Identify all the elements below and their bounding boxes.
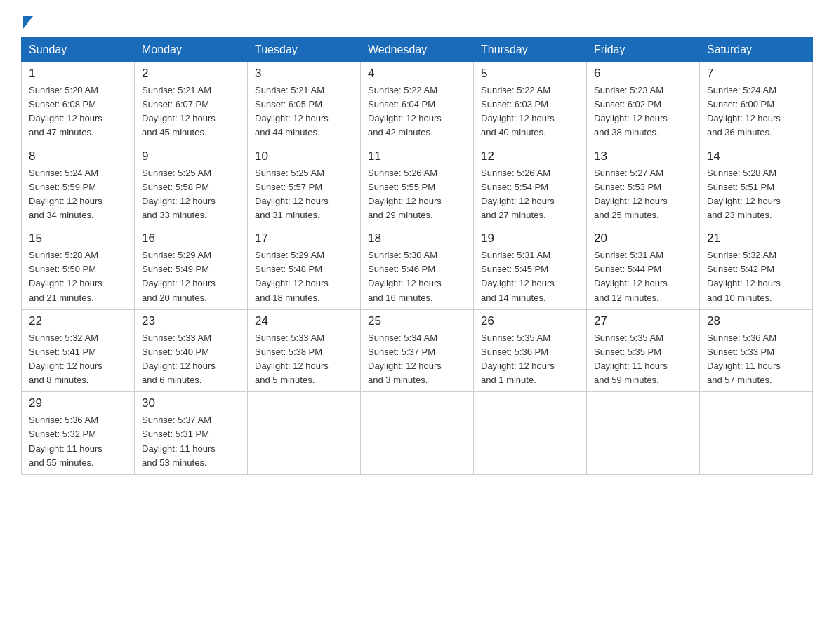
day-number: 18 <box>368 232 466 246</box>
day-info: Sunrise: 5:23 AMSunset: 6:02 PMDaylight:… <box>594 83 692 140</box>
header-cell-tuesday: Tuesday <box>248 38 361 62</box>
calendar-cell: 29Sunrise: 5:36 AMSunset: 5:32 PMDayligh… <box>22 392 135 475</box>
day-info: Sunrise: 5:33 AMSunset: 5:40 PMDaylight:… <box>142 331 240 388</box>
day-number: 28 <box>707 314 805 328</box>
day-info: Sunrise: 5:30 AMSunset: 5:46 PMDaylight:… <box>368 248 466 305</box>
day-info: Sunrise: 5:28 AMSunset: 5:50 PMDaylight:… <box>29 248 127 305</box>
calendar-cell: 20Sunrise: 5:31 AMSunset: 5:44 PMDayligh… <box>587 227 700 310</box>
day-info: Sunrise: 5:32 AMSunset: 5:42 PMDaylight:… <box>707 248 805 305</box>
calendar-cell: 30Sunrise: 5:37 AMSunset: 5:31 PMDayligh… <box>135 392 248 475</box>
day-info: Sunrise: 5:36 AMSunset: 5:33 PMDaylight:… <box>707 331 805 388</box>
day-info: Sunrise: 5:29 AMSunset: 5:48 PMDaylight:… <box>255 248 353 305</box>
day-info: Sunrise: 5:22 AMSunset: 6:04 PMDaylight:… <box>368 83 466 140</box>
day-info: Sunrise: 5:26 AMSunset: 5:55 PMDaylight:… <box>368 166 466 223</box>
day-number: 13 <box>594 149 692 163</box>
page-header <box>21 14 813 26</box>
calendar-cell: 18Sunrise: 5:30 AMSunset: 5:46 PMDayligh… <box>361 227 474 310</box>
calendar-cell: 22Sunrise: 5:32 AMSunset: 5:41 PMDayligh… <box>22 309 135 392</box>
day-info: Sunrise: 5:21 AMSunset: 6:07 PMDaylight:… <box>142 83 240 140</box>
day-number: 5 <box>481 67 579 81</box>
calendar-cell <box>474 392 587 475</box>
calendar-week-row: 29Sunrise: 5:36 AMSunset: 5:32 PMDayligh… <box>22 392 813 475</box>
header-cell-sunday: Sunday <box>22 38 135 62</box>
calendar-cell: 23Sunrise: 5:33 AMSunset: 5:40 PMDayligh… <box>135 309 248 392</box>
day-info: Sunrise: 5:32 AMSunset: 5:41 PMDaylight:… <box>29 331 127 388</box>
calendar-header-row: SundayMondayTuesdayWednesdayThursdayFrid… <box>22 38 813 62</box>
calendar-cell: 3Sunrise: 5:21 AMSunset: 6:05 PMDaylight… <box>248 62 361 145</box>
day-info: Sunrise: 5:26 AMSunset: 5:54 PMDaylight:… <box>481 166 579 223</box>
calendar-cell: 27Sunrise: 5:35 AMSunset: 5:35 PMDayligh… <box>587 309 700 392</box>
day-number: 17 <box>255 232 353 246</box>
day-number: 7 <box>707 67 805 81</box>
calendar-week-row: 22Sunrise: 5:32 AMSunset: 5:41 PMDayligh… <box>22 309 813 392</box>
calendar-cell: 17Sunrise: 5:29 AMSunset: 5:48 PMDayligh… <box>248 227 361 310</box>
day-info: Sunrise: 5:28 AMSunset: 5:51 PMDaylight:… <box>707 166 805 223</box>
day-info: Sunrise: 5:35 AMSunset: 5:35 PMDaylight:… <box>594 331 692 388</box>
day-number: 20 <box>594 232 692 246</box>
day-number: 19 <box>481 232 579 246</box>
calendar-cell: 14Sunrise: 5:28 AMSunset: 5:51 PMDayligh… <box>700 145 813 227</box>
calendar-cell: 1Sunrise: 5:20 AMSunset: 6:08 PMDaylight… <box>22 62 135 145</box>
day-number: 12 <box>481 149 579 163</box>
day-number: 21 <box>707 232 805 246</box>
calendar-week-row: 8Sunrise: 5:24 AMSunset: 5:59 PMDaylight… <box>22 145 813 227</box>
day-info: Sunrise: 5:31 AMSunset: 5:45 PMDaylight:… <box>481 248 579 305</box>
day-info: Sunrise: 5:35 AMSunset: 5:36 PMDaylight:… <box>481 331 579 388</box>
calendar-cell: 21Sunrise: 5:32 AMSunset: 5:42 PMDayligh… <box>700 227 813 310</box>
calendar-cell: 4Sunrise: 5:22 AMSunset: 6:04 PMDaylight… <box>361 62 474 145</box>
day-number: 9 <box>142 149 240 163</box>
calendar-week-row: 1Sunrise: 5:20 AMSunset: 6:08 PMDaylight… <box>22 62 813 145</box>
day-number: 29 <box>29 396 127 410</box>
day-number: 16 <box>142 232 240 246</box>
calendar-cell: 7Sunrise: 5:24 AMSunset: 6:00 PMDaylight… <box>700 62 813 145</box>
day-number: 23 <box>142 314 240 328</box>
header-cell-friday: Friday <box>587 38 700 62</box>
day-info: Sunrise: 5:33 AMSunset: 5:38 PMDaylight:… <box>255 331 353 388</box>
header-cell-wednesday: Wednesday <box>361 38 474 62</box>
day-number: 6 <box>594 67 692 81</box>
calendar-cell: 2Sunrise: 5:21 AMSunset: 6:07 PMDaylight… <box>135 62 248 145</box>
calendar-week-row: 15Sunrise: 5:28 AMSunset: 5:50 PMDayligh… <box>22 227 813 310</box>
logo-triangle-icon <box>23 16 33 29</box>
header-cell-thursday: Thursday <box>474 38 587 62</box>
day-info: Sunrise: 5:27 AMSunset: 5:53 PMDaylight:… <box>594 166 692 223</box>
day-info: Sunrise: 5:31 AMSunset: 5:44 PMDaylight:… <box>594 248 692 305</box>
day-info: Sunrise: 5:25 AMSunset: 5:58 PMDaylight:… <box>142 166 240 223</box>
day-number: 24 <box>255 314 353 328</box>
day-info: Sunrise: 5:37 AMSunset: 5:31 PMDaylight:… <box>142 413 240 470</box>
calendar-cell: 15Sunrise: 5:28 AMSunset: 5:50 PMDayligh… <box>22 227 135 310</box>
calendar-cell: 12Sunrise: 5:26 AMSunset: 5:54 PMDayligh… <box>474 145 587 227</box>
day-info: Sunrise: 5:24 AMSunset: 6:00 PMDaylight:… <box>707 83 805 140</box>
day-number: 1 <box>29 67 127 81</box>
calendar-cell <box>361 392 474 475</box>
logo <box>21 14 33 26</box>
day-number: 2 <box>142 67 240 81</box>
calendar-cell: 19Sunrise: 5:31 AMSunset: 5:45 PMDayligh… <box>474 227 587 310</box>
calendar-cell: 26Sunrise: 5:35 AMSunset: 5:36 PMDayligh… <box>474 309 587 392</box>
day-number: 11 <box>368 149 466 163</box>
day-number: 3 <box>255 67 353 81</box>
calendar-cell: 9Sunrise: 5:25 AMSunset: 5:58 PMDaylight… <box>135 145 248 227</box>
day-number: 8 <box>29 149 127 163</box>
calendar-cell: 10Sunrise: 5:25 AMSunset: 5:57 PMDayligh… <box>248 145 361 227</box>
day-info: Sunrise: 5:21 AMSunset: 6:05 PMDaylight:… <box>255 83 353 140</box>
day-info: Sunrise: 5:22 AMSunset: 6:03 PMDaylight:… <box>481 83 579 140</box>
calendar-cell: 8Sunrise: 5:24 AMSunset: 5:59 PMDaylight… <box>22 145 135 227</box>
calendar-cell: 24Sunrise: 5:33 AMSunset: 5:38 PMDayligh… <box>248 309 361 392</box>
day-info: Sunrise: 5:34 AMSunset: 5:37 PMDaylight:… <box>368 331 466 388</box>
calendar-cell: 28Sunrise: 5:36 AMSunset: 5:33 PMDayligh… <box>700 309 813 392</box>
calendar-cell: 16Sunrise: 5:29 AMSunset: 5:49 PMDayligh… <box>135 227 248 310</box>
day-number: 15 <box>29 232 127 246</box>
calendar-cell: 5Sunrise: 5:22 AMSunset: 6:03 PMDaylight… <box>474 62 587 145</box>
calendar-cell: 11Sunrise: 5:26 AMSunset: 5:55 PMDayligh… <box>361 145 474 227</box>
calendar-table: SundayMondayTuesdayWednesdayThursdayFrid… <box>21 37 813 475</box>
day-info: Sunrise: 5:25 AMSunset: 5:57 PMDaylight:… <box>255 166 353 223</box>
calendar-cell: 25Sunrise: 5:34 AMSunset: 5:37 PMDayligh… <box>361 309 474 392</box>
day-info: Sunrise: 5:29 AMSunset: 5:49 PMDaylight:… <box>142 248 240 305</box>
header-cell-saturday: Saturday <box>700 38 813 62</box>
day-info: Sunrise: 5:20 AMSunset: 6:08 PMDaylight:… <box>29 83 127 140</box>
day-number: 14 <box>707 149 805 163</box>
calendar-cell: 13Sunrise: 5:27 AMSunset: 5:53 PMDayligh… <box>587 145 700 227</box>
header-cell-monday: Monday <box>135 38 248 62</box>
day-number: 27 <box>594 314 692 328</box>
